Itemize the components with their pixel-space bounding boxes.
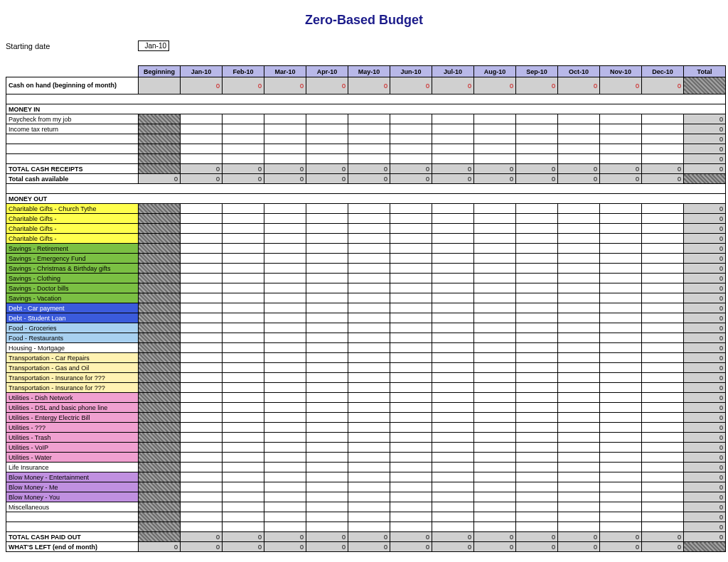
money-out-month[interactable]	[558, 343, 600, 353]
money-out-month[interactable]	[432, 323, 474, 333]
money-out-month[interactable]	[600, 492, 642, 502]
money-out-month[interactable]	[558, 433, 600, 443]
money-out-month[interactable]	[348, 512, 390, 522]
money-out-month[interactable]	[348, 403, 390, 413]
money-out-month[interactable]	[223, 363, 264, 373]
money-out-label[interactable]: Utilities - Dish Network	[6, 393, 139, 403]
money-out-month[interactable]	[181, 264, 223, 274]
money-out-month[interactable]	[600, 502, 642, 512]
money-out-month[interactable]	[474, 393, 516, 403]
money-out-month[interactable]	[516, 443, 558, 453]
money-out-month[interactable]	[181, 313, 223, 323]
money-out-month[interactable]	[264, 283, 306, 293]
money-out-month[interactable]	[306, 204, 348, 214]
money-out-label[interactable]	[6, 512, 139, 522]
money-out-month[interactable]	[558, 214, 600, 224]
money-in-month[interactable]	[181, 154, 223, 164]
money-out-month[interactable]	[348, 224, 390, 234]
money-out-label[interactable]: Blow Money - Me	[6, 482, 139, 492]
money-in-month[interactable]	[264, 134, 306, 144]
money-out-month[interactable]	[181, 482, 223, 492]
money-out-month[interactable]	[432, 343, 474, 353]
money-out-month[interactable]	[348, 433, 390, 443]
money-out-label[interactable]: Blow Money - Entertainment	[6, 472, 139, 482]
money-out-month[interactable]	[474, 363, 516, 373]
money-out-month[interactable]	[474, 512, 516, 522]
money-out-month[interactable]	[264, 453, 306, 463]
money-out-label[interactable]: Utilities - Water	[6, 453, 139, 463]
money-out-month[interactable]	[432, 512, 474, 522]
money-out-month[interactable]	[474, 293, 516, 303]
money-out-month[interactable]	[348, 453, 390, 463]
money-out-month[interactable]	[600, 274, 642, 283]
money-out-month[interactable]	[390, 323, 432, 333]
money-out-month[interactable]	[181, 323, 223, 333]
money-out-month[interactable]	[516, 224, 558, 234]
money-out-month[interactable]	[474, 413, 516, 423]
money-in-month[interactable]	[642, 154, 684, 164]
money-out-month[interactable]	[306, 502, 348, 512]
money-out-month[interactable]	[264, 433, 306, 443]
money-in-month[interactable]	[600, 154, 642, 164]
money-out-month[interactable]	[306, 423, 348, 433]
money-out-month[interactable]	[516, 293, 558, 303]
money-in-month[interactable]	[600, 134, 642, 144]
money-out-month[interactable]	[474, 443, 516, 453]
money-out-label[interactable]: Blow Money - You	[6, 492, 139, 502]
money-out-month[interactable]	[600, 433, 642, 443]
money-in-month[interactable]	[390, 114, 432, 124]
money-in-month[interactable]	[223, 154, 264, 164]
money-out-month[interactable]	[306, 443, 348, 453]
money-out-month[interactable]	[474, 323, 516, 333]
money-in-month[interactable]	[348, 154, 390, 164]
money-out-month[interactable]	[642, 353, 684, 363]
money-out-month[interactable]	[181, 234, 223, 244]
money-out-month[interactable]	[390, 214, 432, 224]
money-out-label[interactable]: Housing - Mortgage	[6, 343, 139, 353]
money-out-month[interactable]	[600, 313, 642, 323]
money-out-month[interactable]	[348, 283, 390, 293]
money-out-month[interactable]	[474, 224, 516, 234]
money-out-month[interactable]	[642, 214, 684, 224]
money-out-month[interactable]	[390, 373, 432, 383]
money-in-month[interactable]	[264, 124, 306, 134]
money-out-month[interactable]	[558, 453, 600, 463]
money-out-month[interactable]	[181, 254, 223, 264]
money-out-month[interactable]	[348, 492, 390, 502]
money-out-month[interactable]	[390, 393, 432, 403]
money-out-month[interactable]	[516, 403, 558, 413]
money-out-month[interactable]	[348, 303, 390, 313]
money-out-month[interactable]	[181, 224, 223, 234]
money-out-month[interactable]	[516, 393, 558, 403]
money-out-month[interactable]	[516, 323, 558, 333]
money-out-month[interactable]	[432, 204, 474, 214]
money-out-month[interactable]	[432, 224, 474, 234]
money-out-month[interactable]	[474, 383, 516, 393]
money-out-month[interactable]	[181, 274, 223, 283]
money-out-month[interactable]	[432, 214, 474, 224]
money-out-month[interactable]	[432, 463, 474, 472]
money-out-month[interactable]	[306, 283, 348, 293]
money-out-label[interactable]: Charitable Gifts -	[6, 214, 139, 224]
money-out-month[interactable]	[264, 234, 306, 244]
money-out-month[interactable]	[600, 472, 642, 482]
money-out-month[interactable]	[600, 363, 642, 373]
money-out-month[interactable]	[348, 443, 390, 453]
money-in-month[interactable]	[223, 134, 264, 144]
money-out-month[interactable]	[432, 254, 474, 264]
money-out-month[interactable]	[390, 254, 432, 264]
money-out-month[interactable]	[642, 303, 684, 313]
money-out-month[interactable]	[390, 492, 432, 502]
money-out-month[interactable]	[306, 363, 348, 373]
money-out-month[interactable]	[348, 293, 390, 303]
money-in-month[interactable]	[558, 124, 600, 134]
money-in-month[interactable]	[516, 114, 558, 124]
money-out-month[interactable]	[642, 373, 684, 383]
money-out-month[interactable]	[558, 244, 600, 254]
money-in-month[interactable]	[348, 124, 390, 134]
money-out-month[interactable]	[558, 512, 600, 522]
money-out-month[interactable]	[223, 453, 264, 463]
money-in-month[interactable]	[558, 114, 600, 124]
money-out-month[interactable]	[181, 333, 223, 343]
money-out-month[interactable]	[348, 333, 390, 343]
